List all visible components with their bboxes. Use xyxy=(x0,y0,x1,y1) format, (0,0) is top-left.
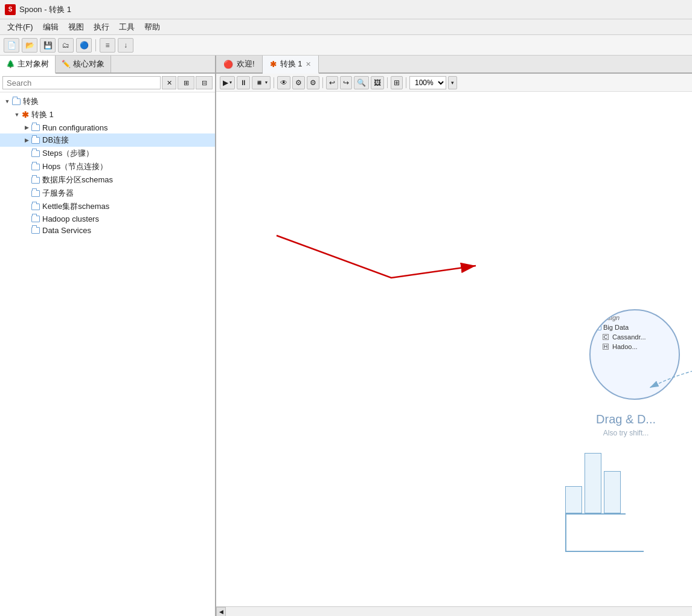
col-bar-2 xyxy=(585,453,601,513)
tab-close-button[interactable]: ✕ xyxy=(306,60,311,68)
search-collapse-button[interactable]: ⊟ xyxy=(196,76,213,89)
main-layout: 🌲 主对象树 ✏️ 核心对象 ✕ ⊞ ⊟ ▼ 转换 xyxy=(0,56,692,616)
menu-view[interactable]: 视图 xyxy=(63,21,89,34)
design-cassandra-label: Cassandr... xyxy=(612,333,646,341)
tree-item-data-services[interactable]: Data Services xyxy=(0,225,215,236)
editor-tab-welcome[interactable]: 🔴 欢迎! xyxy=(216,56,263,72)
editor-tabs: 🔴 欢迎! ✱ 转换 1 ✕ xyxy=(216,56,692,74)
editor-tab-transform1[interactable]: ✱ 转换 1 ✕ xyxy=(263,56,319,74)
menu-tools[interactable]: 工具 xyxy=(114,21,139,34)
scroll-left-button[interactable]: ◀ xyxy=(216,607,226,617)
search-input[interactable] xyxy=(2,76,161,89)
menu-file[interactable]: 文件(F) xyxy=(2,21,38,34)
design-hadoop: H Hadoo... xyxy=(591,342,641,351)
canvas-step3-button[interactable]: ↩ xyxy=(326,76,338,89)
menu-bar: 文件(F) 编辑 视图 执行 工具 帮助 xyxy=(0,19,692,35)
canvas-step7-button[interactable]: ⊞ xyxy=(391,76,403,89)
folder-icon-root xyxy=(12,98,21,105)
tree-item-db-partitions[interactable]: 数据库分区schemas xyxy=(0,173,215,187)
canvas-area[interactable]: Design Big Data C Cassandr... H Hadoo... xyxy=(216,92,692,606)
canvas-stop-button[interactable]: ◾▾ xyxy=(252,76,271,89)
toolbar-special[interactable]: 🔵 xyxy=(76,38,92,53)
zoom-dropdown-button[interactable]: ▾ xyxy=(448,76,457,89)
menu-execute[interactable]: 执行 xyxy=(89,21,114,34)
canvas-step2-button[interactable]: ⚙ xyxy=(307,76,319,89)
tree-item-hadoop-label: Hadoop clusters xyxy=(42,214,99,223)
canvas-preview-button[interactable]: 👁 xyxy=(277,76,290,89)
folder-icon-db-partitions xyxy=(31,177,40,184)
design-hadoop-label: Hadoo... xyxy=(612,343,638,350)
drag-drop-subtitle: Also try shift... xyxy=(596,429,656,437)
canvas-scrollbar-bottom[interactable]: ◀ xyxy=(216,606,692,616)
canvas-sep4 xyxy=(406,77,406,88)
canvas-sep2 xyxy=(322,77,323,88)
menu-help[interactable]: 帮助 xyxy=(139,21,165,34)
drag-drop-title: Drag & D... xyxy=(596,412,656,426)
tab-core-objects[interactable]: ✏️ 核心对象 xyxy=(56,56,111,72)
folder-icon-hadoop xyxy=(31,216,40,222)
toolbar-expand[interactable]: ↓ xyxy=(118,38,133,53)
right-panel: 🔴 欢迎! ✱ 转换 1 ✕ ▶▾ ⏸ ◾▾ 👁 ⚙ ⚙ ↩ ↪ 🔍 🖼 ⊞ xyxy=(216,56,692,616)
tree-item-hops-label: Hops（节点连接） xyxy=(42,161,107,172)
tree-root-label: 转换 xyxy=(23,96,39,107)
canvas-step6-button[interactable]: 🖼 xyxy=(371,76,384,89)
canvas-step5-button[interactable]: 🔍 xyxy=(354,76,369,89)
tab-main-tree[interactable]: 🌲 主对象树 xyxy=(0,56,56,74)
tree-item-kettle-schemas[interactable]: Kettle集群schemas xyxy=(0,200,215,213)
tree-item-db[interactable]: ▶ DB连接 xyxy=(0,133,215,147)
canvas-step4-button[interactable]: ↪ xyxy=(340,76,352,89)
tab-core-objects-label: 核心对象 xyxy=(73,59,104,69)
title-text: Spoon - 转换 1 xyxy=(19,4,71,15)
main-toolbar: 📄 📂 💾 🗂 🔵 ≡ ↓ xyxy=(0,35,692,56)
search-clear-button[interactable]: ✕ xyxy=(162,76,176,89)
canvas-pause-button[interactable]: ⏸ xyxy=(237,76,250,89)
illustration-chart xyxy=(565,453,644,552)
tree-item-db-label: DB连接 xyxy=(42,135,69,146)
left-panel: 🌲 主对象树 ✏️ 核心对象 ✕ ⊞ ⊟ ▼ 转换 xyxy=(0,56,216,616)
design-big-data: Big Data xyxy=(591,322,632,332)
toolbar-new[interactable]: 📄 xyxy=(4,38,19,53)
canvas-sep1 xyxy=(274,77,274,88)
col-bar-1 xyxy=(565,486,582,513)
tree-item-steps[interactable]: Steps（步骤） xyxy=(0,147,215,160)
expand-icon-db: ▶ xyxy=(22,135,31,145)
folder-icon-kettle xyxy=(31,204,40,210)
design-tab-label: Design xyxy=(591,310,620,322)
cassandra-icon: C xyxy=(603,334,609,340)
search-expand-button[interactable]: ⊞ xyxy=(178,76,194,89)
design-folder-bigdata xyxy=(594,325,601,330)
toolbar-open[interactable]: 📂 xyxy=(22,38,37,53)
tree-item-hops[interactable]: Hops（节点连接） xyxy=(0,160,215,173)
tree-item-transform1[interactable]: ▼ ✱ 转换 1 xyxy=(0,108,215,121)
tree-item-kettle-label: Kettle集群schemas xyxy=(42,201,109,212)
expand-icon-root: ▼ xyxy=(2,97,12,106)
welcome-icon: 🔴 xyxy=(223,60,233,69)
tree-panel: ▼ 转换 ▼ ✱ 转换 1 ▶ Run configurations xyxy=(0,92,215,616)
tree-item-run-config[interactable]: ▶ Run configurations xyxy=(0,121,215,133)
tree-item-hadoop[interactable]: Hadoop clusters xyxy=(0,213,215,225)
toolbar-save-all[interactable]: 🗂 xyxy=(58,38,74,53)
zoom-selector[interactable]: 100% 75% 50% 150% xyxy=(409,76,446,89)
tree-item-sub-servers[interactable]: 子服务器 xyxy=(0,187,215,200)
drag-drop-area: Drag & D... Also try shift... xyxy=(596,412,656,437)
canvas-step1-button[interactable]: ⚙ xyxy=(292,76,305,89)
toolbar-separator xyxy=(95,39,96,51)
folder-icon-sub-servers xyxy=(31,190,40,197)
expand-icon-transform1: ▼ xyxy=(12,110,22,120)
canvas-play-button[interactable]: ▶▾ xyxy=(220,76,235,89)
expand-icon-run: ▶ xyxy=(22,123,31,132)
main-tree-icon: 🌲 xyxy=(6,60,15,68)
search-bar: ✕ ⊞ ⊟ xyxy=(0,74,215,92)
design-bigdata-label: Big Data xyxy=(603,324,629,331)
tree-root-transform[interactable]: ▼ 转换 xyxy=(0,95,215,108)
folder-icon-db xyxy=(31,137,40,144)
editor-tab-welcome-label: 欢迎! xyxy=(237,59,255,69)
vert-line xyxy=(565,515,566,551)
menu-edit[interactable]: 编辑 xyxy=(38,21,63,34)
core-objects-icon: ✏️ xyxy=(62,60,71,68)
toolbar-explore[interactable]: ≡ xyxy=(100,38,115,53)
tree-item-run-label: Run configurations xyxy=(42,123,107,132)
toolbar-save[interactable]: 💾 xyxy=(40,38,56,53)
panel-tabs: 🌲 主对象树 ✏️ 核心对象 xyxy=(0,56,215,74)
folder-icon-data-services xyxy=(31,227,40,234)
